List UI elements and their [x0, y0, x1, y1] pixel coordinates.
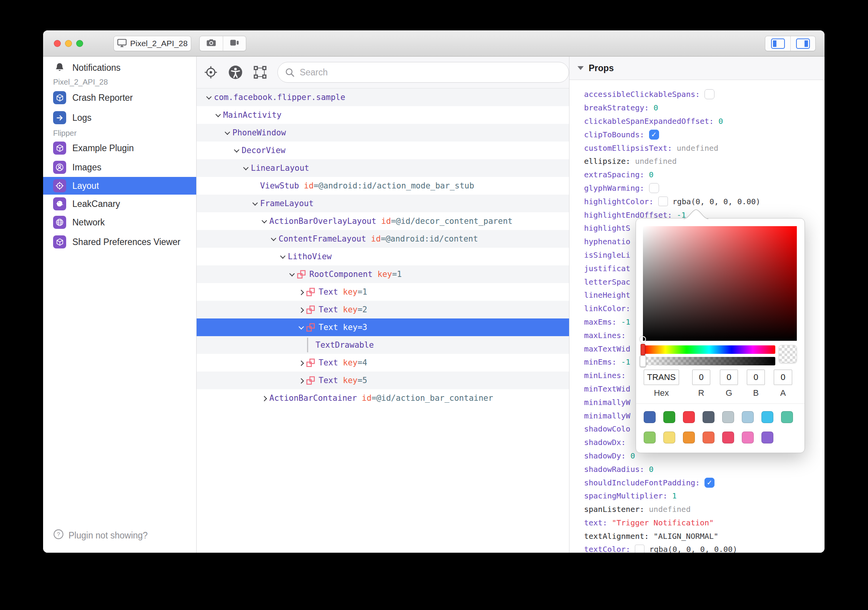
prop-key: clipToBounds: [584, 130, 644, 139]
tree-row-framelayout[interactable]: FrameLayout [197, 195, 569, 212]
chevron-right-icon[interactable] [296, 378, 306, 382]
accessibility-mode-button[interactable] [228, 65, 243, 80]
screenshot-stage: Pixel_2_API_28 [0, 0, 868, 610]
toggle-right-sidebar-button[interactable] [790, 36, 815, 51]
checkbox-checked[interactable]: ✓ [649, 130, 659, 140]
chevron-down-icon[interactable] [241, 166, 251, 170]
prop-value: rgba(0, 0, 0, 0.00) [673, 197, 761, 206]
preset-color-4267b2[interactable] [644, 411, 656, 423]
sidebar-item-leakcanary[interactable]: LeakCanary [43, 195, 196, 212]
sidebar-item-shared-preferences-viewer[interactable]: Shared Preferences Viewer [43, 233, 196, 250]
sidebar-item-notifications[interactable]: Notifications [43, 60, 196, 75]
color-swatch-button[interactable] [658, 197, 668, 206]
alpha-input[interactable] [774, 370, 792, 385]
color-swatch-button[interactable] [635, 545, 644, 553]
element-name: MainActivity [223, 110, 282, 120]
preset-color-8fca67[interactable] [644, 432, 656, 443]
preset-color-2ea12e[interactable] [663, 411, 675, 423]
prop-key: isSingleLi [584, 250, 630, 260]
preset-color-59c3a8[interactable] [781, 411, 793, 423]
props-header[interactable]: Props [569, 57, 825, 80]
alpha-slider-handle[interactable] [640, 355, 646, 367]
chevron-down-icon[interactable] [259, 219, 269, 223]
preset-color-3fc1ec[interactable] [761, 411, 773, 423]
chevron-down-icon[interactable] [269, 237, 279, 241]
search-field[interactable] [277, 62, 569, 83]
hue-slider[interactable] [643, 345, 775, 354]
chevron-down-icon[interactable] [278, 255, 288, 258]
chevron-right-icon[interactable] [259, 396, 269, 400]
sidebar-item-crash-reporter[interactable]: Crash Reporter [43, 89, 196, 106]
tree-row-com-facebook-flipper-sample[interactable]: com.facebook.flipper.sample [197, 88, 569, 106]
sidebar-item-example-plugin[interactable]: Example Plugin [43, 140, 196, 157]
checkbox-checked[interactable]: ✓ [704, 478, 714, 488]
preset-color-f23c46[interactable] [683, 411, 695, 423]
tree-row-textdrawable[interactable]: TextDrawable [197, 336, 569, 354]
zoom-window-button[interactable] [76, 40, 83, 47]
checkbox-unchecked[interactable] [704, 89, 714, 99]
saturation-value-picker[interactable] [643, 226, 797, 341]
tree-row-text-1[interactable]: Text key=1 [197, 283, 569, 301]
blue-input[interactable] [747, 370, 765, 385]
close-window-button[interactable] [54, 40, 61, 47]
chevron-down-icon[interactable] [250, 202, 260, 205]
screenshot-button[interactable] [200, 36, 223, 51]
tree-row-lithoview[interactable]: LithoView [197, 248, 569, 265]
plugin-not-showing-link[interactable]: ? Plugin not showing? [53, 529, 148, 542]
chevron-down-icon[interactable] [296, 325, 306, 329]
plugin-sidebar: NotificationsPixel_2_API_28Crash Reporte… [43, 57, 197, 553]
checkbox-unchecked[interactable] [649, 183, 659, 193]
chevron-right-icon[interactable] [296, 308, 306, 312]
select-element-button[interactable] [253, 65, 267, 80]
sidebar-item-images[interactable]: Images [43, 159, 196, 176]
tree-row-text-3[interactable]: Text key=3 [197, 318, 569, 336]
chevron-down-icon[interactable] [287, 272, 297, 276]
tree-row-linearlayout[interactable]: LinearLayout [197, 159, 569, 177]
chevron-down-icon[interactable] [204, 95, 214, 99]
green-input[interactable] [720, 370, 738, 385]
sidebar-item-label: Network [72, 217, 105, 228]
tree-row-mainactivity[interactable]: MainActivity [197, 106, 569, 124]
tree-row-phonewindow[interactable]: PhoneWindow [197, 124, 569, 142]
tree-row-text-5[interactable]: Text key=5 [197, 372, 569, 389]
minimize-window-button[interactable] [65, 40, 72, 47]
hue-slider-handle[interactable] [641, 344, 645, 355]
tree-row-contentframelayout-android-id-content[interactable]: ContentFrameLayout id=@android:id/conten… [197, 230, 569, 248]
hex-input[interactable] [644, 370, 679, 385]
tree-row-actionbarcontainer-id-action-bar-container[interactable]: ActionBarContainer id=@id/action_bar_con… [197, 389, 569, 407]
element-name: FrameLayout [260, 199, 314, 208]
sidebar-item-logs[interactable]: Logs [43, 109, 196, 126]
tree-row-viewstub-android-id-action-mode-bar-stub[interactable]: ViewStub id=@android:id/action_mode_bar_… [197, 177, 569, 195]
preset-color-bcc8cd[interactable] [722, 411, 734, 423]
tree-row-text-2[interactable]: Text key=2 [197, 301, 569, 318]
device-selector-button[interactable]: Pixel_2_API_28 [114, 36, 191, 51]
preset-color-ef9432[interactable] [683, 432, 695, 443]
alpha-slider[interactable] [643, 357, 775, 365]
target-mode-button[interactable] [204, 65, 218, 80]
toggle-left-sidebar-button[interactable] [765, 36, 790, 51]
chevron-right-icon[interactable] [296, 361, 306, 365]
sidebar-item-network[interactable]: Network [43, 214, 196, 231]
preset-color-8b64d1[interactable] [761, 432, 773, 443]
chevron-down-icon[interactable] [232, 148, 242, 152]
chevron-down-icon[interactable] [222, 131, 232, 135]
preset-color-566170[interactable] [703, 411, 714, 423]
tree-row-rootcomponent-1[interactable]: RootComponent key=1 [197, 265, 569, 283]
chevron-right-icon[interactable] [296, 290, 306, 294]
preset-color-ec4867[interactable] [722, 432, 734, 443]
search-input[interactable] [300, 67, 562, 78]
chevron-down-icon[interactable] [213, 113, 223, 117]
red-input[interactable] [692, 370, 710, 385]
preset-color-ef7abe[interactable] [742, 432, 754, 443]
screen-record-button[interactable] [223, 36, 246, 51]
tree-row-actionbaroverlaylayout-id-decor-content-parent[interactable]: ActionBarOverlayLayout id=@id/decor_cont… [197, 212, 569, 230]
tree-row-decorview[interactable]: DecorView [197, 142, 569, 159]
tree-row-text-4[interactable]: Text key=4 [197, 354, 569, 372]
preset-color-a6cadf[interactable] [742, 411, 754, 423]
saturation-handle[interactable] [640, 336, 646, 342]
sidebar-item-layout[interactable]: Layout [43, 177, 196, 195]
preset-color-f16c4d[interactable] [703, 432, 714, 443]
prop-key: minLines: [584, 371, 626, 380]
preset-color-f5dd74[interactable] [663, 432, 675, 443]
attribute-value: =1 [357, 287, 367, 297]
